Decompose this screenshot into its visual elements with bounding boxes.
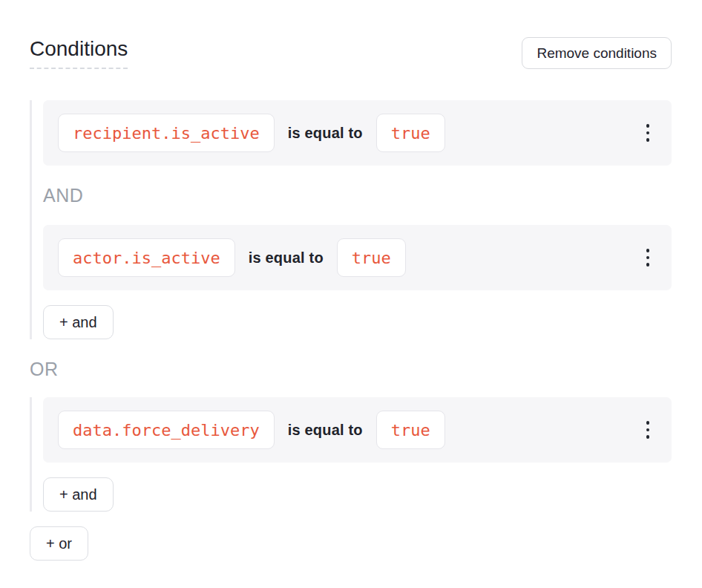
value-chip[interactable]: true [376,411,445,449]
conditions-header: Conditions Remove conditions [30,37,672,69]
add-and-button[interactable]: + and [43,305,114,339]
conditions-title: Conditions [30,37,128,69]
kebab-icon [646,421,650,439]
add-or-button[interactable]: + or [30,526,88,561]
condition-row: recipient.is_active is equal to true [43,100,672,166]
condition-row: data.force_delivery is equal to true [43,397,672,463]
kebab-icon [646,124,650,142]
or-joiner-label: OR [30,359,672,379]
row-menu-button[interactable] [639,244,657,271]
condition-group-2: data.force_delivery is equal to true + a… [30,397,672,512]
value-chip[interactable]: true [376,114,445,152]
operator-label: is equal to [288,125,363,142]
condition-group-1: recipient.is_active is equal to true AND… [30,100,672,339]
value-chip[interactable]: true [337,238,406,277]
field-chip[interactable]: data.force_delivery [58,411,275,449]
remove-conditions-button[interactable]: Remove conditions [522,37,672,69]
conditions-panel: Conditions Remove conditions recipient.i… [0,0,702,561]
row-menu-button[interactable] [639,120,657,146]
and-joiner-label: AND [43,185,672,206]
kebab-icon [646,249,650,267]
row-menu-button[interactable] [639,416,657,443]
add-and-button[interactable]: + and [43,477,114,512]
field-chip[interactable]: recipient.is_active [58,114,275,152]
field-chip[interactable]: actor.is_active [58,238,235,277]
condition-row: actor.is_active is equal to true [43,225,672,290]
operator-label: is equal to [288,422,363,439]
operator-label: is equal to [249,249,324,267]
